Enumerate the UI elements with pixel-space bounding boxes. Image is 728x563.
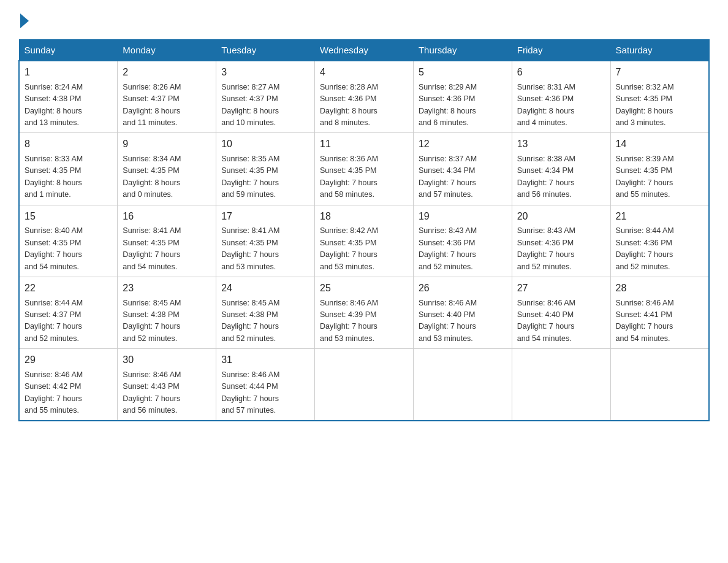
day-number: 13 <box>517 137 605 152</box>
day-info: Sunrise: 8:43 AMSunset: 4:36 PMDaylight:… <box>517 225 605 273</box>
day-number: 12 <box>419 137 507 152</box>
calendar-cell: 17Sunrise: 8:41 AMSunset: 4:35 PMDayligh… <box>216 205 315 277</box>
calendar-cell: 23Sunrise: 8:45 AMSunset: 4:38 PMDayligh… <box>118 277 216 348</box>
calendar-cell <box>413 349 512 421</box>
day-info: Sunrise: 8:46 AMSunset: 4:43 PMDaylight:… <box>123 369 211 417</box>
day-info: Sunrise: 8:39 AMSunset: 4:35 PMDaylight:… <box>616 153 703 201</box>
day-info: Sunrise: 8:26 AMSunset: 4:37 PMDaylight:… <box>123 82 211 129</box>
day-info: Sunrise: 8:44 AMSunset: 4:37 PMDaylight:… <box>25 297 112 345</box>
calendar-cell: 20Sunrise: 8:43 AMSunset: 4:36 PMDayligh… <box>512 205 610 277</box>
day-number: 2 <box>123 65 211 80</box>
calendar-cell: 7Sunrise: 8:32 AMSunset: 4:35 PMDaylight… <box>610 61 709 133</box>
day-info: Sunrise: 8:46 AMSunset: 4:40 PMDaylight:… <box>419 297 507 345</box>
day-number: 6 <box>517 65 605 80</box>
col-header-tuesday: Tuesday <box>216 40 315 61</box>
day-info: Sunrise: 8:27 AMSunset: 4:37 PMDaylight:… <box>221 82 309 129</box>
day-info: Sunrise: 8:32 AMSunset: 4:35 PMDaylight:… <box>616 82 703 129</box>
col-header-wednesday: Wednesday <box>315 40 414 61</box>
col-header-saturday: Saturday <box>610 40 709 61</box>
day-info: Sunrise: 8:46 AMSunset: 4:40 PMDaylight:… <box>517 297 605 345</box>
calendar-cell: 10Sunrise: 8:35 AMSunset: 4:35 PMDayligh… <box>216 133 315 205</box>
day-info: Sunrise: 8:45 AMSunset: 4:38 PMDaylight:… <box>221 297 309 345</box>
calendar-cell: 5Sunrise: 8:29 AMSunset: 4:36 PMDaylight… <box>413 61 512 133</box>
calendar-cell: 6Sunrise: 8:31 AMSunset: 4:36 PMDaylight… <box>512 61 610 133</box>
calendar-cell: 9Sunrise: 8:34 AMSunset: 4:35 PMDaylight… <box>118 133 216 205</box>
day-info: Sunrise: 8:24 AMSunset: 4:38 PMDaylight:… <box>25 82 112 129</box>
day-number: 11 <box>320 137 408 152</box>
calendar-cell: 12Sunrise: 8:37 AMSunset: 4:34 PMDayligh… <box>413 133 512 205</box>
day-info: Sunrise: 8:29 AMSunset: 4:36 PMDaylight:… <box>419 82 507 129</box>
day-info: Sunrise: 8:43 AMSunset: 4:36 PMDaylight:… <box>419 225 507 273</box>
day-number: 7 <box>616 65 703 80</box>
day-info: Sunrise: 8:45 AMSunset: 4:38 PMDaylight:… <box>123 297 211 345</box>
calendar-cell: 14Sunrise: 8:39 AMSunset: 4:35 PMDayligh… <box>610 133 709 205</box>
day-number: 31 <box>221 353 309 368</box>
calendar-cell: 24Sunrise: 8:45 AMSunset: 4:38 PMDayligh… <box>216 277 315 348</box>
day-number: 20 <box>517 209 605 224</box>
calendar-cell: 28Sunrise: 8:46 AMSunset: 4:41 PMDayligh… <box>610 277 709 348</box>
day-number: 10 <box>221 137 309 152</box>
col-header-sunday: Sunday <box>19 40 118 61</box>
logo <box>18 12 29 28</box>
day-number: 15 <box>25 209 112 224</box>
day-info: Sunrise: 8:44 AMSunset: 4:36 PMDaylight:… <box>616 225 703 273</box>
day-number: 24 <box>221 281 309 296</box>
calendar-cell: 11Sunrise: 8:36 AMSunset: 4:35 PMDayligh… <box>315 133 414 205</box>
day-info: Sunrise: 8:46 AMSunset: 4:42 PMDaylight:… <box>25 369 112 417</box>
day-number: 17 <box>221 209 309 224</box>
calendar-cell: 13Sunrise: 8:38 AMSunset: 4:34 PMDayligh… <box>512 133 610 205</box>
calendar-cell: 1Sunrise: 8:24 AMSunset: 4:38 PMDaylight… <box>19 61 118 133</box>
calendar-cell: 15Sunrise: 8:40 AMSunset: 4:35 PMDayligh… <box>19 205 118 277</box>
calendar-week-row: 29Sunrise: 8:46 AMSunset: 4:42 PMDayligh… <box>19 349 709 421</box>
day-number: 9 <box>123 137 211 152</box>
day-info: Sunrise: 8:46 AMSunset: 4:44 PMDaylight:… <box>221 369 309 417</box>
day-number: 14 <box>616 137 703 152</box>
calendar-week-row: 22Sunrise: 8:44 AMSunset: 4:37 PMDayligh… <box>19 277 709 348</box>
day-number: 22 <box>25 281 112 296</box>
day-number: 23 <box>123 281 211 296</box>
day-info: Sunrise: 8:35 AMSunset: 4:35 PMDaylight:… <box>221 153 309 201</box>
day-info: Sunrise: 8:42 AMSunset: 4:35 PMDaylight:… <box>320 225 408 273</box>
day-number: 5 <box>419 65 507 80</box>
calendar-cell: 31Sunrise: 8:46 AMSunset: 4:44 PMDayligh… <box>216 349 315 421</box>
day-number: 21 <box>616 209 703 224</box>
day-number: 25 <box>320 281 408 296</box>
day-info: Sunrise: 8:40 AMSunset: 4:35 PMDaylight:… <box>25 225 112 273</box>
calendar-cell: 30Sunrise: 8:46 AMSunset: 4:43 PMDayligh… <box>118 349 216 421</box>
day-number: 8 <box>25 137 112 152</box>
day-number: 16 <box>123 209 211 224</box>
day-number: 26 <box>419 281 507 296</box>
logo-arrow-icon <box>20 13 29 28</box>
day-number: 29 <box>25 353 112 368</box>
day-info: Sunrise: 8:46 AMSunset: 4:41 PMDaylight:… <box>616 297 703 345</box>
col-header-friday: Friday <box>512 40 610 61</box>
calendar-header-row: SundayMondayTuesdayWednesdayThursdayFrid… <box>19 40 709 61</box>
calendar-cell: 4Sunrise: 8:28 AMSunset: 4:36 PMDaylight… <box>315 61 414 133</box>
calendar-table: SundayMondayTuesdayWednesdayThursdayFrid… <box>18 39 710 421</box>
calendar-cell <box>610 349 709 421</box>
day-number: 27 <box>517 281 605 296</box>
day-info: Sunrise: 8:46 AMSunset: 4:39 PMDaylight:… <box>320 297 408 345</box>
day-info: Sunrise: 8:37 AMSunset: 4:34 PMDaylight:… <box>419 153 507 201</box>
calendar-cell: 8Sunrise: 8:33 AMSunset: 4:35 PMDaylight… <box>19 133 118 205</box>
calendar-week-row: 8Sunrise: 8:33 AMSunset: 4:35 PMDaylight… <box>19 133 709 205</box>
day-info: Sunrise: 8:33 AMSunset: 4:35 PMDaylight:… <box>25 153 112 201</box>
calendar-cell: 29Sunrise: 8:46 AMSunset: 4:42 PMDayligh… <box>19 349 118 421</box>
calendar-cell: 2Sunrise: 8:26 AMSunset: 4:37 PMDaylight… <box>118 61 216 133</box>
day-info: Sunrise: 8:31 AMSunset: 4:36 PMDaylight:… <box>517 82 605 129</box>
calendar-cell <box>315 349 414 421</box>
day-info: Sunrise: 8:34 AMSunset: 4:35 PMDaylight:… <box>123 153 211 201</box>
day-info: Sunrise: 8:36 AMSunset: 4:35 PMDaylight:… <box>320 153 408 201</box>
calendar-cell: 19Sunrise: 8:43 AMSunset: 4:36 PMDayligh… <box>413 205 512 277</box>
calendar-cell: 26Sunrise: 8:46 AMSunset: 4:40 PMDayligh… <box>413 277 512 348</box>
calendar-cell: 18Sunrise: 8:42 AMSunset: 4:35 PMDayligh… <box>315 205 414 277</box>
day-number: 28 <box>616 281 703 296</box>
calendar-cell: 27Sunrise: 8:46 AMSunset: 4:40 PMDayligh… <box>512 277 610 348</box>
day-info: Sunrise: 8:28 AMSunset: 4:36 PMDaylight:… <box>320 82 408 129</box>
day-info: Sunrise: 8:38 AMSunset: 4:34 PMDaylight:… <box>517 153 605 201</box>
day-number: 1 <box>25 65 112 80</box>
calendar-cell: 16Sunrise: 8:41 AMSunset: 4:35 PMDayligh… <box>118 205 216 277</box>
calendar-week-row: 15Sunrise: 8:40 AMSunset: 4:35 PMDayligh… <box>19 205 709 277</box>
calendar-cell <box>512 349 610 421</box>
calendar-cell: 22Sunrise: 8:44 AMSunset: 4:37 PMDayligh… <box>19 277 118 348</box>
